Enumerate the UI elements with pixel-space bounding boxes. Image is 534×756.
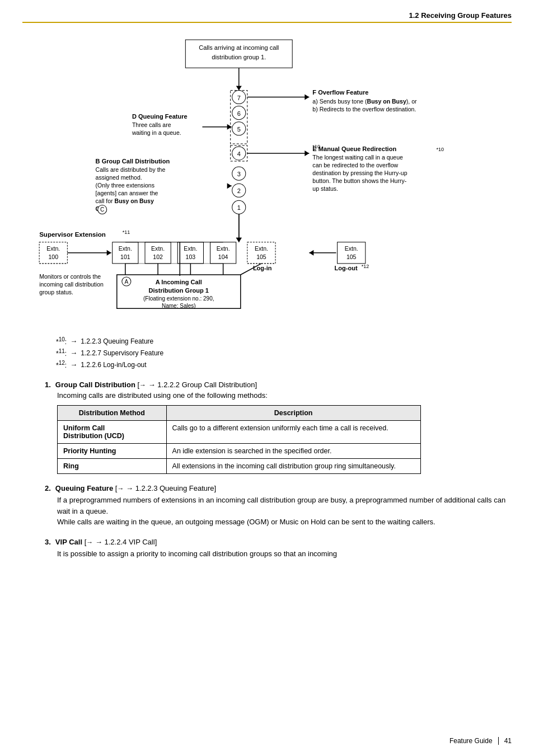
svg-text:104: 104	[218, 253, 228, 260]
svg-text:can be redirected to the overf: can be redirected to the overflow	[312, 162, 398, 168]
table-col1-header: Distribution Method	[58, 406, 167, 421]
footnote-3: *12: → 1.2.2.6 Log-in/Log-out	[56, 360, 512, 369]
svg-text:Extn.: Extn.	[255, 245, 268, 252]
svg-text:103: 103	[186, 253, 196, 260]
footnote-1-sup: *10:	[56, 336, 67, 346]
svg-text:102: 102	[153, 253, 163, 260]
footnote-3-text: 1.2.2.6 Log-in/Log-out	[81, 361, 146, 369]
svg-text:Extn.: Extn.	[345, 245, 358, 252]
footnote-2-arrow: →	[70, 349, 77, 357]
svg-marker-101	[236, 238, 242, 242]
svg-text:distribution group 1.: distribution group 1.	[212, 54, 266, 60]
footnotes: *10: → 1.2.2.3 Queuing Feature *11: → 1.…	[56, 336, 512, 369]
svg-text:group status.: group status.	[39, 289, 73, 295]
svg-text:[agents] can answer the: [agents] can answer the	[96, 190, 158, 196]
svg-text:Extn.: Extn.	[46, 245, 60, 252]
svg-text:100: 100	[48, 253, 58, 260]
svg-text:The longest waiting call in a : The longest waiting call in a queue	[312, 154, 403, 161]
svg-text:Calls are distributed by the: Calls are distributed by the	[96, 166, 166, 173]
diagram-container: Calls arriving at incoming call distribu…	[22, 34, 512, 325]
section-1: 1. Group Call Distribution [→ → 1.2.2.2 …	[22, 381, 512, 474]
table-method-2: Priority Hunting	[58, 444, 167, 459]
svg-text:Log-in: Log-in	[253, 265, 272, 271]
svg-text:call for Busy on Busy: call for Busy on Busy	[96, 198, 154, 204]
table-row: Uniform CallDistribution (UCD) Calls go …	[58, 421, 421, 444]
svg-text:(Floating extension no.: 290,: (Floating extension no.: 290,	[143, 295, 214, 302]
footnote-2-sup: *11:	[56, 348, 67, 358]
svg-text:101: 101	[120, 253, 130, 260]
svg-text:destination by pressing the Hu: destination by pressing the Hurry-up	[312, 170, 407, 176]
svg-text:E Manual Queue Redirection: E Manual Queue Redirection	[312, 145, 396, 152]
footnote-1: *10: → 1.2.2.3 Queuing Feature	[56, 336, 512, 346]
svg-text:b) Redirects to the overflow d: b) Redirects to the overflow destination…	[312, 106, 416, 112]
svg-text:A Incoming Call: A Incoming Call	[156, 279, 202, 285]
diagram-svg: Calls arriving at incoming call distribu…	[22, 34, 512, 321]
svg-marker-4	[236, 86, 242, 90]
svg-text:assigned method.: assigned method.	[96, 174, 142, 181]
header-title: 1.2 Receiving Group Features	[409, 11, 512, 20]
svg-marker-29	[305, 151, 309, 156]
svg-text:7: 7	[237, 95, 241, 101]
svg-marker-42	[227, 124, 232, 130]
svg-text:waiting in a queue.: waiting in a queue.	[132, 129, 181, 136]
footnote-3-sup: *12:	[56, 360, 67, 369]
svg-text:Log-out: Log-out	[335, 265, 358, 271]
svg-text:incoming call distribution: incoming call distribution	[39, 281, 104, 288]
footnote-2: *11: → 1.2.2.7 Supervisory Feature	[56, 348, 512, 358]
svg-marker-80	[309, 250, 313, 256]
table-row: Ring All extensions in the incoming call…	[58, 459, 421, 474]
footnote-1-arrow: →	[70, 337, 77, 345]
section-3: 3. VIP Call [→ → 1.2.2.4 VIP Call] It is…	[22, 538, 512, 560]
section-3-body: It is possible to assign a priority to i…	[57, 548, 512, 560]
svg-text:1: 1	[237, 204, 241, 211]
table-col2-header: Description	[166, 406, 420, 421]
svg-text:*10: *10	[312, 144, 320, 149]
svg-text:C: C	[100, 206, 104, 213]
distribution-table: Distribution Method Description Uniform …	[57, 405, 421, 474]
svg-text:(Only three extensions: (Only three extensions	[96, 182, 154, 189]
svg-text:105: 105	[346, 253, 357, 260]
svg-text:Extn.: Extn.	[151, 245, 165, 252]
section-1-intro: Incoming calls are distributed using one…	[57, 391, 512, 400]
svg-text:6: 6	[237, 110, 241, 117]
svg-text:105: 105	[256, 253, 266, 260]
section-2: 2. Queuing Feature [→ → 1.2.2.3 Queuing …	[22, 484, 512, 528]
svg-text:Extn.: Extn.	[119, 245, 132, 252]
section-1-table-wrapper: Distribution Method Description Uniform …	[57, 405, 512, 474]
svg-text:D Queuing Feature: D Queuing Feature	[132, 113, 188, 120]
table-desc-1: Calls go to a different extension unifor…	[166, 421, 420, 444]
svg-text:F Overflow Feature: F Overflow Feature	[312, 89, 368, 96]
svg-text:*10: *10	[436, 147, 444, 152]
footnote-1-text: 1.2.2.3 Queuing Feature	[81, 337, 153, 345]
table-desc-3: All extensions in the incoming call dist…	[166, 459, 420, 474]
svg-text:2: 2	[237, 187, 241, 194]
svg-text:Name: Sales): Name: Sales)	[162, 303, 196, 309]
svg-text:Extn.: Extn.	[184, 245, 197, 252]
section-1-number: 1.	[45, 381, 51, 389]
svg-text:Monitors or controls the: Monitors or controls the	[39, 273, 101, 280]
section-2-number: 2.	[45, 484, 51, 492]
svg-text:button. The button shows the H: button. The button shows the Hurry-	[312, 177, 406, 184]
svg-text:a) Sends busy tone (Busy on Bu: a) Sends busy tone (Busy on Busy), or	[312, 98, 417, 105]
svg-marker-60	[107, 250, 111, 256]
table-desc-2: An idle extension is searched in the spe…	[166, 444, 420, 459]
page-number: 41	[498, 737, 512, 745]
footer-label: Feature Guide	[449, 737, 493, 745]
footnote-2-text: 1.2.2.7 Supervisory Feature	[81, 349, 163, 357]
svg-text:*12: *12	[362, 264, 369, 269]
section-1-header: 1. Group Call Distribution [→ → 1.2.2.2 …	[45, 381, 512, 389]
svg-text:5: 5	[237, 126, 241, 133]
section-2-title: Queuing Feature [→ → 1.2.2.3 Queuing Fea…	[55, 484, 216, 492]
section-3-header: 3. VIP Call [→ → 1.2.2.4 VIP Call]	[45, 538, 512, 546]
svg-text:Supervisor Extension: Supervisor Extension	[39, 231, 106, 238]
svg-text:A: A	[124, 279, 128, 285]
svg-text:4: 4	[237, 151, 241, 157]
svg-text:up status.: up status.	[312, 185, 338, 192]
section-3-title: VIP Call [→ → 1.2.2.4 VIP Call]	[55, 538, 157, 546]
section-2-body: If a preprogrammed numbers of extensions…	[57, 495, 512, 528]
page-footer: Feature Guide 41	[449, 737, 512, 745]
svg-text:*11: *11	[123, 229, 130, 235]
svg-marker-53	[227, 183, 232, 189]
page: 1.2 Receiving Group Features Calls arriv…	[0, 0, 534, 756]
table-method-3: Ring	[58, 459, 167, 474]
